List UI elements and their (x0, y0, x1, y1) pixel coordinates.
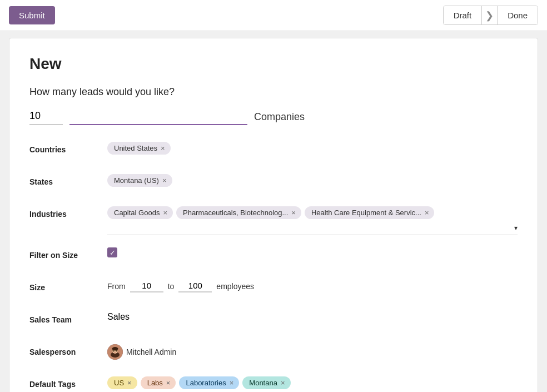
default-tags-value: US × Labs × Laboratories × Montana × (107, 376, 518, 389)
leads-unit-label: Companies (254, 111, 305, 125)
sales-team-row: Sales Team Sales (29, 312, 518, 332)
tag-labs-remove[interactable]: × (166, 379, 171, 386)
checkbox-check-icon: ✓ (110, 249, 116, 256)
size-inputs-row: From to employees (107, 280, 254, 292)
avatar-svg (107, 344, 123, 360)
done-button[interactable]: Done (498, 6, 538, 24)
tag-pharma: Pharmaceuticals, Biotechnolog... × (176, 206, 301, 219)
salesperson-row: Salesperson (29, 344, 518, 364)
size-to-input[interactable] (178, 280, 212, 292)
countries-value: United States × (107, 142, 518, 155)
salesperson-info: Mitchell Admin (107, 344, 176, 360)
tag-laboratories-remove[interactable]: × (230, 379, 234, 386)
tag-us: US × (107, 376, 137, 389)
tag-labs: Labs × (141, 376, 176, 389)
tag-labs-label: Labs (147, 379, 163, 387)
status-group: Draft ❯ Done (443, 6, 538, 25)
industries-row: Industries Capital Goods × Pharmaceutica… (29, 206, 518, 235)
industries-tags-row: Capital Goods × Pharmaceuticals, Biotech… (107, 206, 518, 219)
states-label: States (29, 174, 107, 186)
tag-capital-label: Capital Goods (114, 209, 160, 217)
tag-montana-default-label: Montana (249, 379, 277, 387)
tag-montana: Montana (US) × (107, 174, 172, 187)
size-unit-label: employees (216, 282, 254, 291)
avatar (107, 344, 123, 360)
states-value: Montana (US) × (107, 174, 518, 187)
states-row: States Montana (US) × (29, 174, 518, 194)
tag-montana-default-remove[interactable]: × (281, 379, 285, 386)
tag-laboratories: Laboratories × (179, 376, 239, 389)
industries-dropdown-arrow[interactable]: ▾ (514, 224, 518, 232)
tag-us-remove[interactable]: × (127, 379, 132, 386)
page-title: New (29, 55, 518, 73)
industries-container: Capital Goods × Pharmaceuticals, Biotech… (107, 206, 518, 235)
sales-team-text: Sales (107, 312, 130, 322)
filter-size-checkbox[interactable]: ✓ (107, 247, 117, 257)
salesperson-name: Mitchell Admin (126, 348, 176, 356)
draft-button[interactable]: Draft (444, 6, 483, 24)
countries-label: Countries (29, 142, 107, 154)
default-tags-label: Default Tags (29, 376, 107, 389)
svg-rect-4 (112, 348, 118, 350)
tag-montana-remove[interactable]: × (162, 177, 167, 184)
industries-dropdown-row: ▾ (107, 221, 518, 235)
industries-label: Industries (29, 206, 107, 219)
size-value: From to employees (107, 280, 518, 292)
submit-button[interactable]: Submit (9, 6, 55, 24)
tag-health-label: Health Care Equipment & Servic... (311, 209, 421, 217)
section-question: How many leads would you like? (29, 86, 518, 98)
countries-row: Countries United States × (29, 142, 518, 162)
tag-united-states-remove[interactable]: × (161, 145, 165, 152)
tag-capital-goods: Capital Goods × (107, 206, 173, 219)
tag-capital-remove[interactable]: × (163, 209, 167, 216)
size-label: Size (29, 280, 107, 292)
tag-united-states: United States × (107, 142, 171, 155)
filter-size-label: Filter on Size (29, 247, 107, 260)
tag-montana-default: Montana × (242, 376, 290, 389)
size-from-label: From (107, 282, 126, 291)
status-arrow-icon: ❯ (482, 6, 498, 24)
size-from-input[interactable] (130, 280, 163, 292)
main-content: New How many leads would you like? Compa… (9, 38, 538, 392)
salesperson-value: Mitchell Admin (107, 344, 518, 360)
size-to-label: to (168, 282, 175, 291)
salesperson-label: Salesperson (29, 344, 107, 356)
sales-team-value: Sales (107, 312, 518, 322)
filter-size-value: ✓ (107, 247, 518, 257)
page-wrapper: Submit Draft ❯ Done New How many leads w… (0, 0, 547, 392)
tag-health: Health Care Equipment & Servic... × (305, 206, 435, 219)
sales-team-label: Sales Team (29, 312, 107, 324)
tag-pharma-remove[interactable]: × (291, 209, 296, 216)
top-bar: Submit Draft ❯ Done (0, 0, 547, 31)
tag-laboratories-label: Laboratories (186, 379, 226, 387)
size-row: Size From to employees (29, 280, 518, 300)
leads-row: Companies (29, 108, 518, 125)
tag-montana-label: Montana (US) (114, 176, 159, 185)
default-tags-row: Default Tags US × Labs × Laboratories × … (29, 376, 518, 392)
industries-search-input[interactable] (107, 224, 514, 232)
filter-size-row: Filter on Size ✓ (29, 247, 518, 267)
tag-pharma-label: Pharmaceuticals, Biotechnolog... (183, 209, 288, 217)
leads-count-input[interactable] (29, 108, 63, 125)
tag-health-remove[interactable]: × (425, 209, 429, 216)
tag-united-states-label: United States (114, 144, 157, 152)
tag-us-label: US (114, 379, 124, 387)
